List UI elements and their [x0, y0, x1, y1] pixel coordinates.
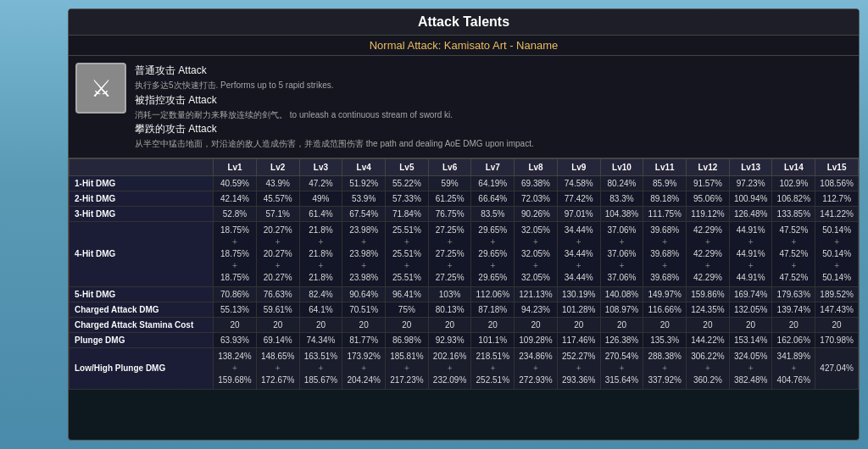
cell-value-multi: 218.51%+252.51% [471, 347, 515, 389]
background: Attack Talents Normal Attack: Kamisato A… [0, 0, 868, 449]
row-label: Plunge DMG [70, 332, 214, 347]
cell-value: 90.26% [515, 206, 558, 221]
cell-value: 179.63% [772, 286, 815, 302]
row-label: Charged Attack DMG [70, 302, 214, 317]
row-label: Low/High Plunge DMG [70, 347, 214, 389]
col-lv12: Lv12 [687, 158, 730, 175]
cell-value: 82.4% [299, 286, 342, 302]
cell-value: 42.14% [214, 191, 257, 206]
cell-value: 189.52% [815, 286, 859, 302]
col-label [70, 158, 214, 175]
cell-value: 51.92% [342, 175, 386, 191]
table-row: Plunge DMG63.93%69.14%74.34%81.77%86.98%… [70, 332, 859, 347]
cell-value: 76.75% [428, 206, 471, 221]
cell-value: 43.9% [256, 175, 299, 191]
col-lv9: Lv9 [557, 158, 600, 175]
cell-value: 126.48% [729, 206, 772, 221]
cell-value-multi: 324.05%+382.48% [729, 347, 772, 389]
cell-value: 61.4% [299, 206, 342, 221]
col-lv7: Lv7 [471, 158, 515, 175]
cell-value: 111.75% [643, 206, 687, 221]
cell-value: 112.7% [815, 191, 859, 206]
cell-value-multi: 18.75%+18.75%+18.75% [214, 221, 257, 286]
cell-value: 20 [815, 317, 859, 332]
cell-value: 20 [729, 317, 772, 332]
table-container: Lv1 Lv2 Lv3 Lv4 Lv5 Lv6 Lv7 Lv8 Lv9 Lv10… [69, 158, 859, 441]
cell-value: 69.14% [256, 332, 299, 347]
cell-value-multi: 44.91%+44.91%+44.91% [729, 221, 772, 286]
cell-value: 147.43% [815, 302, 859, 317]
cell-value: 108.56% [815, 175, 859, 191]
row-label: Charged Attack Stamina Cost [70, 317, 214, 332]
cell-value: 86.98% [386, 332, 429, 347]
cell-value-multi: 23.98%+23.98%+23.98% [342, 221, 386, 286]
col-lv3: Lv3 [299, 158, 342, 175]
cell-value: 159.86% [687, 286, 730, 302]
row-label: 1-Hit DMG [70, 175, 214, 191]
cell-value: 135.3% [643, 332, 687, 347]
cell-value: 57.1% [256, 206, 299, 221]
cell-value: 81.77% [342, 332, 386, 347]
cell-value-multi: 27.25%+27.25%+27.25% [428, 221, 471, 286]
cell-value: 52.8% [214, 206, 257, 221]
row-label: 5-Hit DMG [70, 286, 214, 302]
panel-title: Attack Talents [69, 9, 859, 36]
row-label: 2-Hit DMG [70, 191, 214, 206]
col-lv13: Lv13 [729, 158, 772, 175]
cell-value-multi: 427.04% [815, 347, 859, 389]
cell-value: 70.86% [214, 286, 257, 302]
cell-value: 162.06% [772, 332, 815, 347]
cell-value: 70.51% [342, 302, 386, 317]
cell-value: 97.23% [729, 175, 772, 191]
row-label: 4-Hit DMG [70, 221, 214, 286]
cell-value: 109.28% [515, 332, 558, 347]
talent-name: Normal Attack: Kamisato Art - Naname [69, 36, 859, 56]
cell-value: 83.3% [600, 191, 643, 206]
cell-value: 132.05% [729, 302, 772, 317]
cell-value: 100.94% [729, 191, 772, 206]
col-lv5: Lv5 [386, 158, 429, 175]
cell-value-multi: 32.05%+32.05%+32.05% [515, 221, 558, 286]
cell-value-multi: 50.14%+50.14%+50.14% [815, 221, 859, 286]
cell-value: 126.38% [600, 332, 643, 347]
cell-value: 90.64% [342, 286, 386, 302]
cell-value-multi: 202.16%+232.09% [428, 347, 471, 389]
col-lv15: Lv15 [815, 158, 859, 175]
col-lv2: Lv2 [256, 158, 299, 175]
cell-value: 74.58% [557, 175, 600, 191]
cell-value: 20 [256, 317, 299, 332]
col-lv8: Lv8 [515, 158, 558, 175]
cell-value: 149.97% [643, 286, 687, 302]
cell-value: 45.57% [256, 191, 299, 206]
col-lv10: Lv10 [600, 158, 643, 175]
table-row-multi: Low/High Plunge DMG138.24%+159.68%148.65… [70, 347, 859, 389]
cell-value: 64.19% [471, 175, 515, 191]
cell-value: 89.18% [643, 191, 687, 206]
cell-value: 20 [600, 317, 643, 332]
cell-value: 75% [386, 302, 429, 317]
cell-value: 91.57% [687, 175, 730, 191]
cell-value: 61.25% [428, 191, 471, 206]
cell-value: 112.06% [471, 286, 515, 302]
cell-value: 64.1% [299, 302, 342, 317]
cell-value: 94.23% [515, 302, 558, 317]
stats-table: Lv1 Lv2 Lv3 Lv4 Lv5 Lv6 Lv7 Lv8 Lv9 Lv10… [69, 158, 859, 390]
cell-value: 101.28% [557, 302, 600, 317]
cell-value: 67.54% [342, 206, 386, 221]
cell-value-multi: 173.92%+204.24% [342, 347, 386, 389]
cell-value-multi: 25.51%+25.51%+25.51% [386, 221, 429, 286]
cell-value-multi: 37.06%+37.06%+37.06% [600, 221, 643, 286]
cell-value: 80.13% [428, 302, 471, 317]
cell-value: 63.93% [214, 332, 257, 347]
cell-value-multi: 185.81%+217.23% [386, 347, 429, 389]
cell-value: 97.01% [557, 206, 600, 221]
cell-value: 141.22% [815, 206, 859, 221]
cell-value-multi: 34.44%+34.44%+34.44% [557, 221, 600, 286]
cell-value-multi: 39.68%+39.68%+39.68% [643, 221, 687, 286]
cell-value: 139.74% [772, 302, 815, 317]
cell-value: 20 [386, 317, 429, 332]
cell-value: 49% [299, 191, 342, 206]
cell-value: 140.08% [600, 286, 643, 302]
cell-value: 71.84% [386, 206, 429, 221]
cell-value-multi: 148.65%+172.67% [256, 347, 299, 389]
